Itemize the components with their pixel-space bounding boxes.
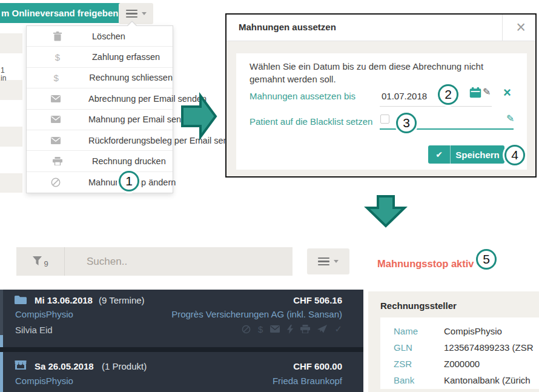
dollar-icon: $ [51, 52, 64, 62]
check-icon[interactable]: ✓ [334, 324, 342, 334]
background-block [0, 173, 22, 193]
envelope-icon [51, 137, 61, 144]
menu-item-print-invoice[interactable]: Rechnung drucken [27, 151, 173, 171]
panel-title: Rechnungssteller [380, 301, 457, 311]
hamburger-icon [126, 10, 137, 18]
close-icon[interactable]: × [516, 16, 526, 38]
printer-icon [51, 157, 64, 165]
invoice-issuer-panel: Rechnungssteller Name CompisPhysio GLN 1… [368, 291, 539, 392]
tutorial-screenshot: 1 in m Onlineversand freigeben Löschen $… [0, 0, 539, 392]
trash-icon [51, 32, 64, 41]
list-actions-menu-button[interactable] [307, 248, 349, 274]
issuer-card: Name CompisPhysio GLN 1235674899233 (ZSR… [380, 317, 539, 389]
background-text-fragment: 1 in [1, 67, 6, 82]
reminder-stop-status: Mahnungsstop aktiv [377, 258, 474, 270]
payment-icon[interactable]: $ [258, 324, 263, 334]
header-divider [502, 15, 503, 41]
no-reminder-icon[interactable] [242, 325, 251, 334]
blacklist-field-label: Patient auf die Blacklist setzen [250, 116, 372, 127]
edit-pencil-icon[interactable]: ✎ [483, 86, 491, 98]
annotation-badge-5: 5 [476, 249, 497, 270]
chevron-down-icon [142, 12, 147, 15]
search-input[interactable] [65, 247, 293, 276]
date-field-underline [380, 106, 492, 107]
issuer-row-bank: Bank Kantonalbank (Zürich [394, 372, 539, 388]
issuer-row-gln: GLN 1235674899233 (ZSR [394, 339, 539, 356]
menu-item-send-statement-email[interactable]: Abrechnung per Email senden [27, 88, 173, 109]
flow-arrow-right [180, 91, 218, 142]
chevron-down-icon [334, 260, 339, 263]
clear-date-icon[interactable]: × [503, 85, 511, 101]
calendar-icon[interactable] [469, 87, 481, 101]
invoice-list-item[interactable]: Sa 26.05.2018 (1 Produkt) CHF 600.00 Com… [0, 352, 363, 392]
annotation-badge-1: 1 [119, 171, 139, 191]
invoice-list-item[interactable]: Mi 13.06.2018 (9 Termine) CHF 506.16 Com… [0, 290, 363, 347]
menu-item-close-invoice[interactable]: $ Rechnung schliessen [27, 68, 173, 88]
modal-title: Mahnungen aussetzen [239, 22, 336, 32]
issuer-row-name: Name CompisPhysio [394, 323, 539, 339]
menu-item-send-reminder-email[interactable]: Mahnung per Email senden [27, 110, 173, 130]
date-field-value[interactable]: 01.07.2018 [382, 91, 427, 101]
bolt-icon[interactable] [287, 325, 293, 334]
context-menu: Löschen $ Zahlung erfassen $ Rechnung sc… [26, 25, 173, 193]
annotation-badge-3: 3 [396, 113, 417, 133]
filter-count: 9 [44, 259, 48, 268]
annotation-badge-4: 4 [504, 145, 525, 165]
filter-button[interactable]: 9 [16, 247, 65, 276]
no-reminder-icon [51, 178, 61, 187]
date-field-label: Mahnungen aussetzen bis [250, 91, 355, 101]
hamburger-icon [318, 257, 329, 266]
modal-header: Mahnungen aussetzen × [227, 15, 535, 41]
menu-item-change-reminder-stop[interactable]: Mahnungsstop ändern [27, 172, 173, 193]
send-icon[interactable] [317, 325, 327, 333]
edit-pencil-icon[interactable]: ✎ [506, 113, 514, 124]
modal-description: Wählen Sie ein Datum bis zu dem diese Ab… [250, 60, 518, 85]
menu-item-delete[interactable]: Löschen [27, 26, 173, 47]
check-icon: ✔ [428, 150, 450, 159]
save-button[interactable]: ✔ Speichern [428, 145, 504, 164]
search-bar: 9 [16, 247, 293, 276]
annotation-badge-2: 2 [438, 84, 458, 105]
invoice-list: Mi 13.06.2018 (9 Termine) CHF 506.16 Com… [0, 290, 363, 392]
issuer-row-zsr: ZSR Z000000 [394, 356, 539, 372]
background-block [0, 33, 22, 53]
modal-content-card: Wählen Sie ein Datum bis zu dem diese Ab… [236, 53, 527, 170]
row-action-icons: $ ✓ [242, 324, 342, 334]
envelope-icon [51, 95, 61, 102]
flow-arrow-down [364, 194, 408, 228]
suspend-reminders-modal: Mahnungen aussetzen × Wählen Sie ein Dat… [225, 13, 537, 178]
print-icon[interactable] [300, 325, 310, 333]
folder-icon [15, 295, 27, 307]
email-icon[interactable] [270, 325, 280, 333]
background-block [0, 127, 22, 147]
filter-funnel-icon [32, 256, 42, 267]
online-release-button[interactable]: m Onlineversand freigeben [0, 3, 127, 23]
list-separator [0, 347, 363, 352]
menu-item-record-payment[interactable]: $ Zahlung erfassen [27, 47, 173, 67]
menu-item-send-refund-receipt-email[interactable]: Rückforderungsbeleg per Email senden [27, 130, 173, 151]
blacklist-checkbox[interactable] [380, 115, 389, 124]
background-block [0, 80, 22, 100]
envelope-icon [51, 116, 61, 123]
menu-caret [127, 21, 137, 26]
dollar-icon: $ [51, 73, 61, 83]
shop-icon [15, 360, 27, 372]
